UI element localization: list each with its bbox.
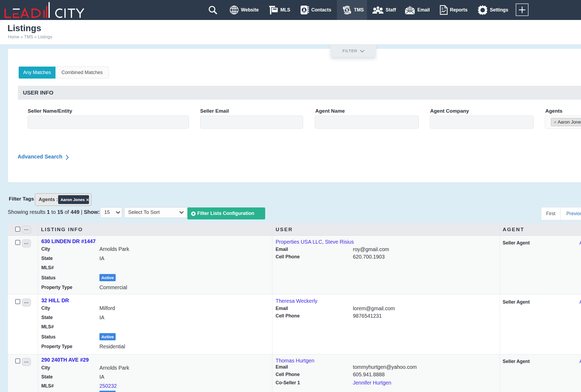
svg-text:$: $ — [346, 8, 348, 13]
svg-text:@: @ — [408, 7, 411, 11]
